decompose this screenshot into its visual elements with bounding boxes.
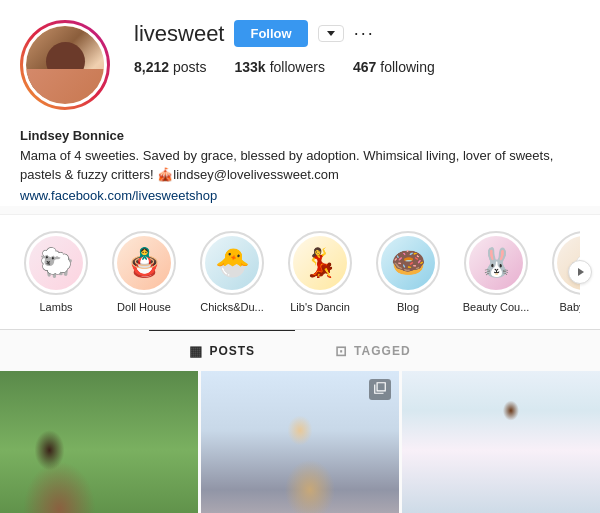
followers-label: followers (270, 59, 325, 75)
profile-info: livesweet Follow ··· 8,212 posts 133k fo… (134, 20, 580, 87)
beauty-icon (479, 246, 514, 279)
profile-section: livesweet Follow ··· 8,212 posts 133k fo… (0, 0, 600, 206)
highlight-item-blog[interactable]: Blog (372, 231, 444, 313)
highlight-item-dancing[interactable]: Lib's Dancin (284, 231, 356, 313)
posts-label: posts (173, 59, 206, 75)
multi-image-badge (369, 379, 391, 400)
avatar-container[interactable] (20, 20, 110, 110)
posts-stat: 8,212 posts (134, 59, 207, 75)
grid-image-3 (402, 371, 600, 514)
chick-icon (215, 246, 250, 279)
highlight-circle (376, 231, 440, 295)
doll-icon (127, 246, 162, 279)
highlight-circle (464, 231, 528, 295)
highlight-circle (112, 231, 176, 295)
tab-tagged[interactable]: ⊡ TAGGED (295, 330, 450, 371)
profile-name-row: livesweet Follow ··· (134, 20, 580, 47)
highlight-inner (469, 236, 523, 290)
followers-stat[interactable]: 133k followers (235, 59, 325, 75)
dance-icon (303, 246, 338, 279)
grid-icon: ▦ (189, 343, 203, 359)
tabs-section: ▦ POSTS ⊡ TAGGED (0, 329, 600, 371)
grid-item-1[interactable] (0, 371, 198, 514)
more-options-button[interactable]: ··· (354, 23, 375, 44)
follow-dropdown-button[interactable] (318, 25, 344, 42)
highlight-label: BabyFavs (560, 301, 580, 313)
grid-item-2[interactable] (201, 371, 399, 514)
highlight-label: Chicks&Du... (200, 301, 264, 313)
highlight-inner (29, 236, 83, 290)
bio-name: Lindsey Bonnice (20, 126, 580, 146)
highlights-next-button[interactable] (568, 260, 592, 284)
chevron-down-icon (327, 31, 335, 36)
grid-image-1 (0, 371, 198, 514)
highlights-container: Lambs Doll House Chicks&Du... (20, 231, 580, 313)
highlight-item-beauty[interactable]: Beauty Cou... (460, 231, 532, 313)
following-label: following (380, 59, 434, 75)
chevron-right-icon (578, 268, 584, 276)
highlight-item-dollhouse[interactable]: Doll House (108, 231, 180, 313)
highlight-label: Doll House (117, 301, 171, 313)
bio-link[interactable]: www.facebook.com/livesweetshop (20, 188, 217, 203)
avatar-inner (23, 23, 107, 107)
lamb-icon (39, 246, 74, 279)
photo-grid (0, 371, 600, 514)
highlight-label: Beauty Cou... (463, 301, 530, 313)
highlight-inner (117, 236, 171, 290)
following-stat[interactable]: 467 following (353, 59, 435, 75)
following-count: 467 (353, 59, 376, 75)
stats-row: 8,212 posts 133k followers 467 following (134, 59, 580, 75)
tag-icon: ⊡ (335, 343, 348, 359)
tab-posts[interactable]: ▦ POSTS (149, 330, 295, 371)
bio-text: Mama of 4 sweeties. Saved by grace, bles… (20, 146, 580, 185)
grid-item-3[interactable] (402, 371, 600, 514)
highlight-item-chicks[interactable]: Chicks&Du... (196, 231, 268, 313)
follow-button[interactable]: Follow (234, 20, 307, 47)
bio-section: Lindsey Bonnice Mama of 4 sweeties. Save… (20, 126, 580, 206)
highlight-item-lambs[interactable]: Lambs (20, 231, 92, 313)
highlight-label: Lambs (39, 301, 72, 313)
highlight-label: Lib's Dancin (290, 301, 350, 313)
username: livesweet (134, 21, 224, 47)
posts-count: 8,212 (134, 59, 169, 75)
highlight-circle (200, 231, 264, 295)
highlight-label: Blog (397, 301, 419, 313)
tab-tagged-label: TAGGED (354, 344, 410, 358)
multi-image-icon (373, 381, 387, 395)
highlight-circle (288, 231, 352, 295)
highlights-section: Lambs Doll House Chicks&Du... (0, 214, 600, 329)
avatar (26, 26, 104, 104)
followers-count: 133k (235, 59, 266, 75)
blog-icon (391, 246, 426, 279)
highlight-circle (24, 231, 88, 295)
highlight-inner (205, 236, 259, 290)
tab-posts-label: POSTS (209, 344, 255, 358)
highlight-inner (293, 236, 347, 290)
profile-top: livesweet Follow ··· 8,212 posts 133k fo… (20, 20, 580, 110)
highlight-inner (381, 236, 435, 290)
